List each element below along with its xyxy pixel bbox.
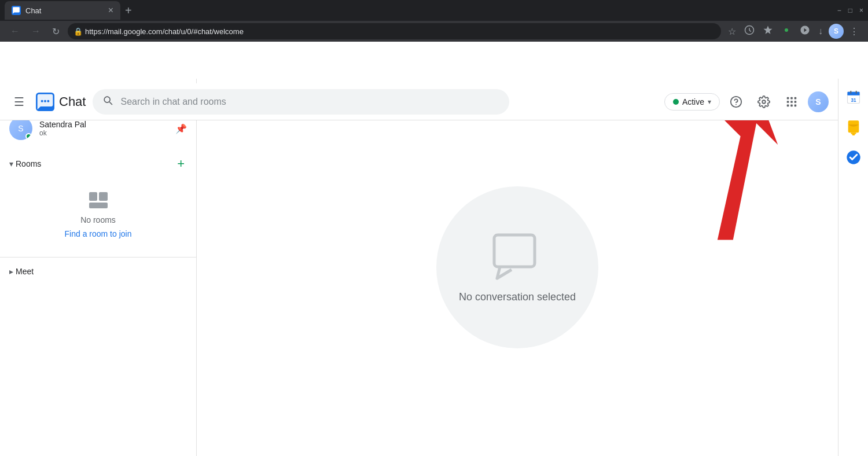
pin-icon: 📌 xyxy=(175,123,187,134)
browser-profile-avatar[interactable]: S xyxy=(829,24,844,39)
svg-point-4 xyxy=(41,100,43,102)
svg-rect-12 xyxy=(787,101,789,103)
browser-chrome: Chat × + − □ × xyxy=(0,0,868,21)
svg-rect-14 xyxy=(795,101,797,103)
chat-logo-svg xyxy=(36,93,54,111)
extension-icon-3[interactable] xyxy=(779,23,794,40)
extension-icon-2[interactable] xyxy=(760,23,775,40)
contact-avatar: S xyxy=(9,117,32,140)
main-content: No conversation selected xyxy=(197,79,838,456)
app-content: ☰ Chat Search in chat and rooms Activ xyxy=(0,42,868,456)
active-status-button[interactable]: Active ▾ xyxy=(664,93,720,111)
svg-rect-21 xyxy=(847,94,859,95)
google-apps-button[interactable] xyxy=(780,90,803,113)
address-bar-row: ← → ↻ 🔒 https://mail.google.com/chat/u/0… xyxy=(0,21,868,42)
search-placeholder: Search in chat and rooms xyxy=(120,97,500,107)
contact-name: Satendra Pal xyxy=(39,120,168,129)
minimize-button[interactable]: − xyxy=(837,6,841,14)
search-icon xyxy=(102,94,113,109)
forward-button[interactable]: → xyxy=(28,24,44,39)
settings-button[interactable] xyxy=(752,90,775,113)
app-header: ☰ Chat Search in chat and rooms Activ xyxy=(0,83,838,120)
rooms-section: ▾ Rooms + No rooms Find a room to join xyxy=(0,149,196,252)
no-rooms-content: No rooms Find a room to join xyxy=(0,178,196,252)
online-status-badge xyxy=(25,133,32,139)
chat-info: Satendra Pal ok xyxy=(39,120,168,137)
add-room-button[interactable]: + xyxy=(175,154,187,174)
svg-rect-18 xyxy=(494,235,535,267)
tab-title: Chat xyxy=(25,6,41,15)
svg-rect-17 xyxy=(795,104,797,106)
rooms-section-label: Rooms xyxy=(16,159,175,168)
tab-favicon xyxy=(12,6,21,15)
svg-rect-9 xyxy=(787,97,789,99)
extension-icon-1[interactable] xyxy=(742,23,757,40)
google-tasks-button[interactable] xyxy=(842,146,865,169)
main-layout: ▾ Chat + S Satendra Pal ok 📌 ▾ xyxy=(0,79,868,456)
svg-point-5 xyxy=(44,100,46,102)
active-status-dot xyxy=(673,99,679,105)
new-tab-button[interactable]: + xyxy=(123,2,134,20)
active-tab[interactable]: Chat × xyxy=(5,1,120,20)
chat-bubble-icon xyxy=(488,232,546,284)
download-icon[interactable]: ↓ xyxy=(816,24,825,39)
meet-section-header[interactable]: ▸ Meet xyxy=(0,262,196,281)
svg-text:31: 31 xyxy=(851,98,856,103)
user-avatar-header[interactable]: S xyxy=(808,91,829,112)
svg-point-2 xyxy=(785,28,788,32)
google-keep-button[interactable] xyxy=(842,116,865,139)
app-logo-text: Chat xyxy=(59,94,86,109)
close-window-button[interactable]: × xyxy=(859,6,863,14)
no-rooms-text: No rooms xyxy=(80,215,116,225)
grid-cell-1 xyxy=(89,192,98,201)
active-chevron-icon: ▾ xyxy=(708,98,711,106)
tab-bar: Chat × + xyxy=(5,1,828,20)
back-button[interactable]: ← xyxy=(7,24,23,39)
maximize-button[interactable]: □ xyxy=(848,6,852,14)
grid-cell-3 xyxy=(89,203,108,208)
svg-rect-11 xyxy=(795,97,797,99)
meet-section: ▸ Meet xyxy=(0,257,196,285)
lock-icon: 🔒 xyxy=(73,27,83,36)
reload-button[interactable]: ↻ xyxy=(49,24,63,39)
help-button[interactable] xyxy=(724,90,748,113)
svg-marker-1 xyxy=(764,26,773,34)
no-conversation-container: No conversation selected xyxy=(436,186,598,348)
bookmark-icon[interactable]: ☆ xyxy=(726,24,738,39)
svg-point-8 xyxy=(735,104,737,105)
header-right: Active ▾ xyxy=(664,90,829,113)
right-sidebar: 31 xyxy=(838,79,868,456)
rooms-grid-icon xyxy=(89,192,108,211)
svg-rect-15 xyxy=(787,104,789,106)
window-controls: − □ × xyxy=(837,6,863,14)
address-bar-container[interactable]: 🔒 https://mail.google.com/chat/u/0/#chat… xyxy=(68,23,721,39)
rooms-section-header[interactable]: ▾ Rooms + xyxy=(0,149,196,178)
svg-point-6 xyxy=(47,100,49,102)
extension-icon-4[interactable] xyxy=(797,23,812,40)
svg-rect-27 xyxy=(852,134,855,136)
app-logo: Chat xyxy=(36,93,86,111)
url-display[interactable]: https://mail.google.com/chat/u/0/#chat/w… xyxy=(68,23,721,39)
meet-section-label: Meet xyxy=(16,267,34,276)
search-bar[interactable]: Search in chat and rooms xyxy=(93,89,509,115)
hamburger-menu-icon[interactable]: ☰ xyxy=(9,90,29,113)
meet-chevron-icon: ▸ xyxy=(9,267,13,276)
svg-rect-10 xyxy=(790,97,793,99)
svg-rect-13 xyxy=(790,101,793,103)
find-room-link[interactable]: Find a room to join xyxy=(65,229,132,238)
active-status-label: Active xyxy=(682,97,704,106)
tab-close-button[interactable]: × xyxy=(108,6,113,15)
no-conversation-text: No conversation selected xyxy=(459,291,576,303)
sidebar: ▾ Chat + S Satendra Pal ok 📌 ▾ xyxy=(0,79,197,456)
grid-cell-2 xyxy=(99,192,108,201)
toolbar-icons: ☆ ↓ S ⋮ xyxy=(726,23,861,40)
conversation-circle: No conversation selected xyxy=(436,186,598,348)
chat-preview: ok xyxy=(39,129,168,137)
svg-rect-16 xyxy=(790,104,793,106)
more-options-icon[interactable]: ⋮ xyxy=(847,24,861,39)
google-calendar-button[interactable]: 31 xyxy=(842,86,865,109)
rooms-chevron-icon: ▾ xyxy=(9,159,13,168)
